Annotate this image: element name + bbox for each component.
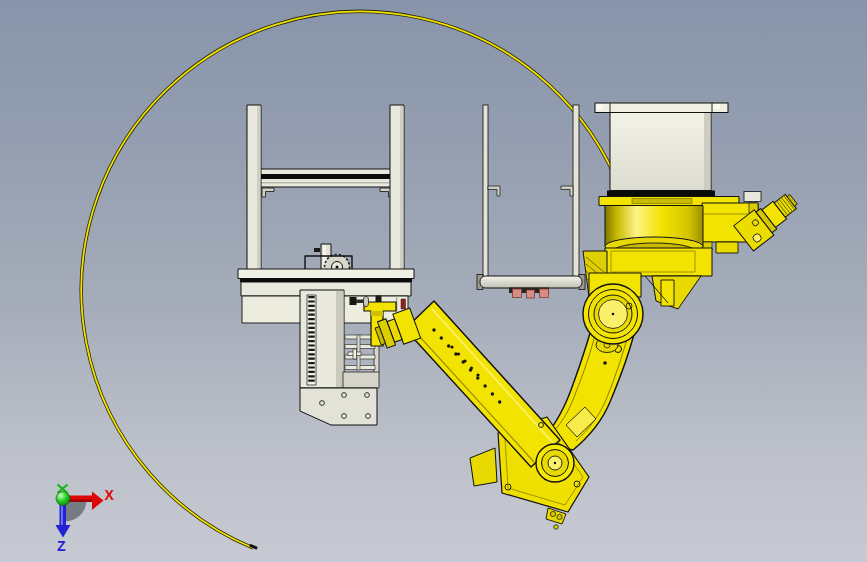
origin-sphere	[56, 492, 70, 506]
bracket-pin	[554, 525, 558, 529]
gripper-pad	[527, 290, 535, 298]
base-plate-slot	[632, 199, 692, 204]
forearm-body	[405, 301, 560, 467]
link-plate	[343, 372, 379, 388]
pedestal-clamp	[744, 192, 761, 202]
stand-bracket-left	[488, 186, 500, 196]
x-axis-label: X	[105, 487, 115, 503]
arc-end-tick	[249, 544, 258, 550]
base-beam-top-plate	[238, 269, 414, 279]
bracket-bolt-1	[550, 511, 555, 516]
shoulder-center	[612, 313, 615, 316]
bracket-bolt-2	[557, 514, 562, 519]
gripper-pad	[540, 289, 549, 298]
stand-post-left	[483, 105, 488, 277]
rail-t-stem	[353, 349, 357, 359]
x-axis-arrowhead	[92, 492, 104, 511]
slide-column-shade	[336, 291, 344, 387]
robot-shoulder-joint[interactable]	[583, 284, 643, 344]
gripper-pad	[513, 289, 522, 298]
pedestal-body	[610, 113, 711, 191]
base-beam-slot	[240, 279, 412, 283]
z-axis-label: Z	[57, 538, 66, 554]
upper-arm-dot	[603, 361, 607, 365]
stand-bottom-bar	[480, 276, 582, 288]
base-sub-box-2	[716, 242, 738, 253]
pedestal-top-plate	[595, 103, 728, 113]
cad-viewport[interactable]: X Z	[0, 0, 867, 562]
robot-pedestal[interactable]	[595, 103, 761, 202]
part-stand-frame[interactable]	[477, 105, 585, 298]
elbow-wedge	[470, 448, 497, 486]
pinion-center	[336, 266, 339, 269]
post-right-shade	[400, 106, 404, 271]
gantry-beam-rail	[257, 182, 397, 184]
actuator-nub	[314, 248, 320, 252]
bracket-top-bolt	[376, 296, 382, 303]
stand-bracket-right	[561, 186, 573, 196]
bolt-head	[350, 297, 357, 305]
gripper-pads	[513, 289, 549, 298]
pedestal-tab-right	[713, 104, 720, 109]
z-axis-arrowhead	[56, 525, 71, 538]
red-mark	[401, 299, 406, 309]
bolt-washer	[363, 296, 368, 306]
post-left-shade	[257, 106, 261, 271]
stand-post-right	[573, 105, 579, 277]
gantry-beam-slot	[257, 174, 397, 179]
cad-canvas: X Z	[0, 0, 867, 562]
axis-triad: X Z	[56, 485, 115, 555]
l-bracket-shade	[371, 311, 383, 316]
elbow-center	[554, 462, 556, 464]
gantry-frame[interactable]	[238, 105, 414, 425]
pedestal-tab-left	[596, 104, 603, 109]
pedestal-side-face	[704, 113, 711, 190]
robot-forearm[interactable]	[405, 301, 560, 467]
beam-bracket-left	[262, 188, 274, 197]
